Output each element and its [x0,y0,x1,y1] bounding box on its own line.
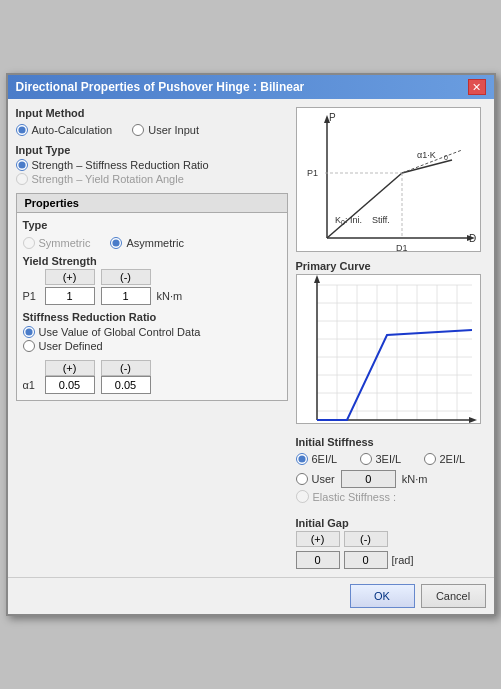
p1-input-row: P1 kN·m [23,287,281,305]
6ei-label: 6EI/L [312,453,338,465]
stiffness-options-grid: 6EI/L 3EI/L 2EI/L [296,451,486,467]
primary-curve-label: Primary Curve [296,260,486,272]
svg-text:D: D [469,233,476,244]
input-type-section: Input Type Strength – Stiffness Reductio… [16,144,288,187]
stiffness-section: Stiffness Reduction Ratio Use Value of G… [23,311,281,394]
global-control-option[interactable]: Use Value of Global Control Data [23,326,281,338]
alpha-table: (+) (-) α1 [23,360,281,394]
stiffness-label: Stiffness Reduction Ratio [23,311,281,323]
yield-header-row: (+) (-) [45,269,281,285]
primary-curve-box [296,274,481,424]
initial-gap-label: Initial Gap [296,517,486,529]
6ei-option[interactable]: 6EI/L [296,453,358,465]
symmetric-label: Symmetric [39,237,91,249]
type-label: Type [23,219,281,231]
user-defined-option[interactable]: User Defined [23,340,281,352]
rotation-angle-option[interactable]: Strength – Yield Rotation Angle [16,173,288,185]
initial-stiffness-label: Initial Stiffness [296,436,486,448]
user-stiffness-input [341,470,396,488]
properties-tab: Properties Type Symmetric [16,193,288,401]
titlebar: Directional Properties of Pushover Hinge… [8,75,494,99]
user-stiffness-option[interactable]: User [296,473,335,485]
window-title: Directional Properties of Pushover Hinge… [16,80,305,94]
input-method-section: Input Method Auto-Calculation User Input [16,107,288,138]
left-panel: Input Method Auto-Calculation User Input… [16,107,288,569]
initial-gap-section: Initial Gap (+) (-) [rad] [296,517,486,569]
auto-calc-radio[interactable] [16,124,28,136]
user-stiffness-unit: kN·m [402,473,428,485]
symmetric-option: Symmetric [23,237,91,249]
diagram-box: D P K 0 : Ini. Stiff. P1 D1 [296,107,481,252]
user-input-option[interactable]: User Input [132,124,199,136]
yield-strength-table: (+) (-) P1 kN·m [23,269,281,305]
alpha-plus-input[interactable] [45,376,95,394]
asymmetric-radio[interactable] [110,237,122,249]
auto-calc-option[interactable]: Auto-Calculation [16,124,113,136]
global-control-radio[interactable] [23,326,35,338]
alpha-minus-input[interactable] [101,376,151,394]
2ei-radio[interactable] [424,453,436,465]
auto-calc-label: Auto-Calculation [32,124,113,136]
gap-unit: [rad] [392,554,414,566]
bottom-bar: OK Cancel [8,577,494,614]
input-method-label: Input Method [16,107,288,119]
primary-curve-section: Primary Curve [296,260,486,424]
tab-header: Properties [17,194,287,213]
minus-header: (-) [101,269,151,285]
3ei-option[interactable]: 3EI/L [360,453,422,465]
svg-marker-37 [469,417,477,423]
user-input-label: User Input [148,124,199,136]
hinge-diagram: D P K 0 : Ini. Stiff. P1 D1 [297,108,481,252]
p1-plus-input[interactable] [45,287,95,305]
svg-text:Stiff.: Stiff. [372,215,390,225]
alpha-minus-header: (-) [101,360,151,376]
gap-plus-input [296,551,340,569]
type-options-row: Symmetric Asymmetric [23,235,281,251]
user-input-radio[interactable] [132,124,144,136]
3ei-radio[interactable] [360,453,372,465]
stiffness-ratio-radio[interactable] [16,159,28,171]
user-stiffness-row: User kN·m [296,470,486,488]
svg-line-7 [402,160,452,173]
user-defined-label: User Defined [39,340,103,352]
gap-minus-header: (-) [344,531,388,547]
elastic-stiffness-radio [296,490,309,503]
cancel-button[interactable]: Cancel [421,584,486,608]
global-control-label: Use Value of Global Control Data [39,326,201,338]
yield-strength-section: Yield Strength (+) (-) P1 kN·m [23,255,281,305]
gap-plus-header: (+) [296,531,340,547]
stiffness-ratio-option[interactable]: Strength – Stiffness Reduction Ratio [16,159,288,171]
elastic-stiffness-label: Elastic Stiffness : [313,491,397,503]
3ei-label: 3EI/L [376,453,402,465]
tab-content: Type Symmetric Asymmetric [17,213,287,400]
input-type-label: Input Type [16,144,288,156]
initial-stiffness-section: Initial Stiffness 6EI/L 3EI/L 2EI/L [296,436,486,505]
primary-curve-chart [297,275,482,425]
elastic-stiffness-row: Elastic Stiffness : [296,490,486,503]
user-defined-radio[interactable] [23,340,35,352]
gap-input-row: [rad] [296,551,486,569]
rotation-angle-label: Strength – Yield Rotation Angle [32,173,184,185]
ok-button[interactable]: OK [350,584,415,608]
2ei-option[interactable]: 2EI/L [424,453,486,465]
asymmetric-option[interactable]: Asymmetric [110,237,183,249]
right-panel: D P K 0 : Ini. Stiff. P1 D1 [296,107,486,569]
user-stiffness-label: User [312,473,335,485]
svg-text:P: P [329,112,336,123]
6ei-radio[interactable] [296,453,308,465]
tab-label: Properties [25,197,79,209]
svg-text:D1: D1 [396,243,408,252]
p1-minus-input[interactable] [101,287,151,305]
close-button[interactable]: ✕ [468,79,486,95]
type-section: Type Symmetric Asymmetric [23,219,281,251]
svg-text:: Ini.: : Ini. [345,215,362,225]
alpha-label: α1 [23,379,39,391]
svg-text:0: 0 [444,154,448,161]
svg-marker-38 [314,275,320,283]
2ei-label: 2EI/L [440,453,466,465]
user-stiffness-radio[interactable] [296,473,308,485]
main-window: Directional Properties of Pushover Hinge… [6,73,496,616]
yield-unit: kN·m [157,290,183,302]
main-content: Input Method Auto-Calculation User Input… [8,99,494,577]
svg-text:P1: P1 [307,168,318,178]
